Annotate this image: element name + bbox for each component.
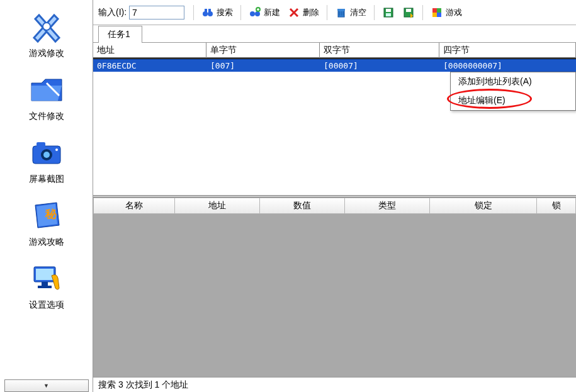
svg-rect-9 [42, 282, 48, 286]
save-button-1[interactable] [380, 5, 397, 20]
bottom-grid: 名称 地址 数值 类型 锁定 锁 [93, 198, 576, 377]
search-value-input[interactable] [129, 6, 184, 20]
col-byte1[interactable]: 单字节 [206, 43, 320, 59]
game-color-icon [431, 6, 443, 19]
cell-b4: [0000000007] [439, 61, 576, 70]
clear-label: 清空 [350, 7, 366, 18]
top-grid-body[interactable]: 0F86ECDC [007] [00007] [0000000007] 添加到地… [93, 59, 576, 195]
floppy-arrow-icon [402, 6, 415, 19]
binoculars-plus-icon [249, 6, 261, 19]
sidebar-item-game-guide[interactable]: 秘 游戏攻略 [0, 196, 93, 248]
cell-address: 0F86ECDC [93, 61, 206, 70]
sidebar: 游戏修改 文件修改 屏幕截图 [0, 0, 93, 392]
svg-point-4 [43, 152, 50, 158]
game-label: 游戏 [446, 7, 462, 18]
floppy-icon [382, 6, 395, 19]
svg-point-0 [43, 23, 50, 30]
svg-rect-14 [208, 9, 211, 13]
svg-rect-28 [437, 13, 441, 17]
svg-rect-22 [386, 13, 391, 16]
svg-rect-25 [432, 8, 437, 13]
binoculars-icon [201, 6, 214, 19]
delete-button[interactable]: 删除 [285, 5, 322, 20]
sidebar-label: 设置选项 [29, 300, 64, 311]
search-button[interactable]: 搜索 [199, 5, 235, 20]
svg-point-5 [55, 148, 58, 151]
svg-rect-19 [337, 9, 345, 11]
bcol-lock2[interactable]: 锁 [537, 198, 576, 214]
table-row[interactable]: 0F86ECDC [007] [00007] [0000000007] [93, 59, 576, 72]
svg-rect-27 [432, 13, 437, 17]
col-address[interactable]: 地址 [93, 43, 206, 59]
bottom-grid-body[interactable] [93, 214, 576, 377]
svg-rect-10 [38, 286, 52, 288]
new-button[interactable]: 新建 [246, 5, 283, 20]
sidebar-label: 游戏攻略 [29, 237, 64, 248]
svg-rect-2 [37, 142, 45, 147]
sidebar-dropdown[interactable] [4, 379, 89, 392]
svg-text:秘: 秘 [45, 208, 57, 220]
camera-icon [26, 133, 67, 171]
context-menu: 添加到地址列表(A) 地址编辑(E) [450, 72, 576, 111]
toolbar: 输入(I): 搜索 新建 删除 [93, 0, 576, 25]
trash-icon [335, 6, 347, 19]
sidebar-item-settings[interactable]: 设置选项 [0, 259, 93, 311]
tab-bar: 任务1 [93, 25, 576, 43]
context-add-to-list[interactable]: 添加到地址列表(A) [451, 72, 575, 91]
crossed-swords-icon [26, 8, 67, 45]
sidebar-item-screenshot[interactable]: 屏幕截图 [0, 133, 93, 185]
status-bar: 搜索 3 次找到 1 个地址 [93, 377, 576, 392]
svg-rect-24 [406, 9, 411, 12]
new-label: 新建 [264, 7, 280, 18]
status-text: 搜索 3 次找到 1 个地址 [98, 379, 188, 391]
sidebar-item-file-modify[interactable]: 文件修改 [0, 70, 93, 122]
bcol-value[interactable]: 数值 [260, 198, 345, 214]
sidebar-label: 屏幕截图 [29, 174, 64, 185]
col-byte2[interactable]: 双字节 [320, 43, 439, 59]
svg-point-15 [250, 11, 255, 16]
bcol-address[interactable]: 地址 [175, 198, 260, 214]
book-icon: 秘 [26, 196, 67, 234]
folder-icon [26, 70, 67, 108]
cell-b1: [007] [206, 61, 320, 70]
main-area: 输入(I): 搜索 新建 删除 [93, 0, 576, 392]
bcol-lock[interactable]: 锁定 [430, 198, 537, 214]
sidebar-label: 文件修改 [29, 111, 64, 122]
monitor-wrench-icon [26, 259, 67, 297]
svg-rect-26 [437, 8, 441, 13]
game-button[interactable]: 游戏 [428, 5, 465, 20]
bottom-grid-header: 名称 地址 数值 类型 锁定 锁 [93, 198, 576, 214]
save-button-2[interactable] [400, 5, 417, 20]
svg-rect-8 [36, 269, 54, 280]
context-edit-address[interactable]: 地址编辑(E) [451, 91, 575, 110]
sidebar-item-game-modify[interactable]: 游戏修改 [0, 8, 93, 59]
tab-task1[interactable]: 任务1 [98, 26, 142, 43]
svg-point-16 [255, 11, 260, 16]
input-label: 输入(I): [98, 7, 127, 18]
col-byte4[interactable]: 四字节 [439, 43, 576, 59]
bcol-name[interactable]: 名称 [93, 198, 175, 214]
clear-button[interactable]: 清空 [332, 5, 369, 20]
sidebar-label: 游戏修改 [29, 48, 64, 59]
search-label: 搜索 [217, 7, 233, 18]
top-grid-header: 地址 单字节 双字节 四字节 [93, 43, 576, 59]
svg-rect-21 [386, 9, 391, 12]
cell-b2: [00007] [320, 61, 439, 70]
context-edit-address-label: 地址编辑(E) [458, 95, 505, 105]
bcol-type[interactable]: 类型 [345, 198, 430, 214]
svg-rect-13 [205, 9, 207, 13]
delete-x-icon [288, 6, 300, 19]
delete-label: 删除 [303, 7, 319, 18]
